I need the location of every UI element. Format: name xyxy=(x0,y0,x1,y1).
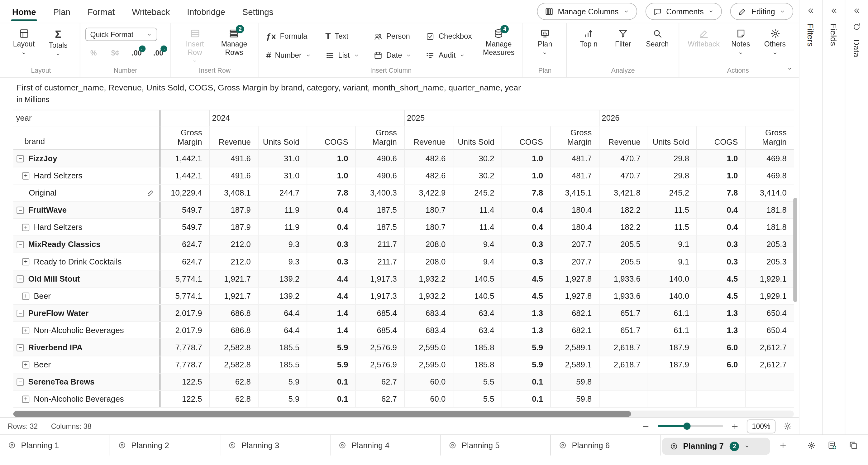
cell-r10-c3[interactable]: 1.4 xyxy=(307,322,355,339)
cell-r7-c1[interactable]: 1,921.7 xyxy=(209,271,258,287)
cell-r10-c4[interactable]: 685.4 xyxy=(355,322,404,339)
status-settings-button[interactable] xyxy=(783,422,792,430)
expand-toggle-icon[interactable]: + xyxy=(22,293,29,300)
insert-column-checkbox-button[interactable]: Checkbox xyxy=(426,29,472,43)
horizontal-scrollbar-thumb[interactable] xyxy=(13,411,631,417)
cell-r14-c4[interactable]: 62.7 xyxy=(355,391,404,407)
ribbon-collapse-button[interactable] xyxy=(786,64,793,74)
cell-r12-c2[interactable]: 185.5 xyxy=(258,356,307,373)
cell-r12-c0[interactable]: 7,778.7 xyxy=(160,356,209,373)
cell-r10-c9[interactable]: 651.7 xyxy=(599,322,647,339)
cell-r1-c5[interactable]: 482.6 xyxy=(404,168,453,184)
cell-r5-c6[interactable]: 9.4 xyxy=(453,236,501,253)
cell-r12-c10[interactable]: 187.9 xyxy=(648,356,696,373)
row-label-riverbend-ipa[interactable]: −Riverbend IPA xyxy=(13,339,161,356)
cell-r7-c3[interactable]: 4.4 xyxy=(307,271,355,287)
row-label-original[interactable]: Original xyxy=(13,185,161,201)
cell-r7-c7[interactable]: 4.5 xyxy=(502,271,550,287)
cell-r12-c7[interactable]: 5.9 xyxy=(502,356,550,373)
collapse-toggle-icon[interactable]: − xyxy=(17,206,24,214)
cell-r9-c11[interactable]: 1.3 xyxy=(696,305,745,322)
cell-r2-c9[interactable]: 3,421.8 xyxy=(599,185,647,201)
cell-r9-c1[interactable]: 686.8 xyxy=(209,305,258,322)
expand-toggle-icon[interactable]: + xyxy=(22,327,29,334)
cell-r14-c6[interactable]: 5.5 xyxy=(453,391,501,407)
insert-column-number-button[interactable]: #Number xyxy=(266,48,311,62)
cell-r0-c6[interactable]: 30.2 xyxy=(453,150,501,167)
cell-r8-c9[interactable]: 1,933.6 xyxy=(599,288,647,304)
cell-r1-c9[interactable]: 470.7 xyxy=(599,168,647,184)
decimal-decrease-button[interactable]: .00→ xyxy=(151,46,165,59)
cell-r14-c0[interactable]: 122.5 xyxy=(160,391,209,407)
cell-r6-c12[interactable]: 205.3 xyxy=(745,254,794,270)
cell-r4-c6[interactable]: 11.4 xyxy=(453,219,501,235)
cell-r9-c12[interactable]: 650.4 xyxy=(745,305,794,322)
cell-r12-c8[interactable]: 2,589.1 xyxy=(550,356,599,373)
cell-r6-c7[interactable]: 0.3 xyxy=(502,254,550,270)
sheet-settings-button[interactable] xyxy=(807,441,816,449)
cell-r8-c8[interactable]: 1,927.8 xyxy=(550,288,599,304)
cell-r4-c4[interactable]: 187.5 xyxy=(355,219,404,235)
quick-format-select[interactable]: Quick Format xyxy=(85,28,157,41)
cell-r2-c5[interactable]: 3,422.9 xyxy=(404,185,453,201)
row-label-old-mill-stout[interactable]: −Old Mill Stout xyxy=(13,271,161,287)
notes-button[interactable]: Notes xyxy=(724,26,757,58)
cell-r6-c2[interactable]: 9.3 xyxy=(258,254,307,270)
cell-r9-c3[interactable]: 1.4 xyxy=(307,305,355,322)
cell-r1-c4[interactable]: 490.6 xyxy=(355,168,404,184)
cell-r0-c9[interactable]: 470.7 xyxy=(599,150,647,167)
row-label-non-alcoholic-beverages[interactable]: +Non-Alcoholic Beverages xyxy=(13,391,161,407)
horizontal-scrollbar[interactable] xyxy=(13,411,794,417)
cell-r13-c8[interactable]: 59.8 xyxy=(550,374,599,390)
cell-r9-c8[interactable]: 682.1 xyxy=(550,305,599,322)
cell-r7-c0[interactable]: 5,774.1 xyxy=(160,271,209,287)
cell-r7-c12[interactable]: 1,929.1 xyxy=(745,271,794,287)
cell-r10-c10[interactable]: 61.1 xyxy=(648,322,696,339)
cell-r8-c7[interactable]: 4.5 xyxy=(502,288,550,304)
search-button[interactable]: Search xyxy=(641,26,674,51)
cell-r12-c6[interactable]: 185.8 xyxy=(453,356,501,373)
cell-r13-c6[interactable]: 5.5 xyxy=(453,374,501,390)
cell-r4-c0[interactable]: 549.7 xyxy=(160,219,209,235)
cell-r11-c0[interactable]: 7,778.7 xyxy=(160,339,209,356)
cell-r14-c1[interactable]: 62.8 xyxy=(209,391,258,407)
totals-button[interactable]: ΣTotals xyxy=(41,26,75,59)
cell-r14-c12[interactable] xyxy=(745,391,794,407)
insert-column-audit-button[interactable]: Audit xyxy=(426,48,472,62)
filter-button[interactable]: Filter xyxy=(606,26,640,51)
cell-r10-c12[interactable]: 650.4 xyxy=(745,322,794,339)
cell-r6-c11[interactable]: 0.3 xyxy=(696,254,745,270)
cell-r8-c12[interactable]: 1,929.1 xyxy=(745,288,794,304)
cell-r12-c4[interactable]: 2,576.9 xyxy=(355,356,404,373)
cell-r6-c10[interactable]: 9.1 xyxy=(648,254,696,270)
cell-r2-c11[interactable]: 7.8 xyxy=(696,185,745,201)
cell-r7-c2[interactable]: 139.2 xyxy=(258,271,307,287)
cell-r6-c0[interactable]: 624.7 xyxy=(160,254,209,270)
menu-item-writeback[interactable]: Writeback xyxy=(131,0,171,23)
cell-r8-c5[interactable]: 1,932.2 xyxy=(404,288,453,304)
cell-r9-c7[interactable]: 1.3 xyxy=(502,305,550,322)
cell-r13-c4[interactable]: 62.7 xyxy=(355,374,404,390)
cell-r14-c2[interactable]: 5.9 xyxy=(258,391,307,407)
collapse-toggle-icon[interactable]: − xyxy=(17,275,24,283)
menu-item-home[interactable]: Home xyxy=(11,0,37,23)
expand-panel-icon[interactable] xyxy=(830,6,838,15)
cell-r1-c10[interactable]: 29.8 xyxy=(648,168,696,184)
cell-r1-c7[interactable]: 1.0 xyxy=(502,168,550,184)
cell-r0-c10[interactable]: 29.8 xyxy=(648,150,696,167)
cell-r3-c2[interactable]: 11.9 xyxy=(258,202,307,218)
expand-toggle-icon[interactable]: + xyxy=(22,172,29,179)
add-sheet-tab-button[interactable] xyxy=(779,435,787,456)
cell-r4-c1[interactable]: 187.9 xyxy=(209,219,258,235)
cell-r3-c5[interactable]: 180.7 xyxy=(404,202,453,218)
cell-r5-c0[interactable]: 624.7 xyxy=(160,236,209,253)
cell-r11-c10[interactable]: 187.9 xyxy=(648,339,696,356)
cell-r2-c2[interactable]: 244.7 xyxy=(258,185,307,201)
zoom-in-button[interactable] xyxy=(731,422,739,430)
cell-r8-c1[interactable]: 1,921.7 xyxy=(209,288,258,304)
expand-panel-icon[interactable] xyxy=(853,6,861,15)
cell-r11-c8[interactable]: 2,589.1 xyxy=(550,339,599,356)
menu-item-settings[interactable]: Settings xyxy=(241,0,275,23)
cell-r7-c6[interactable]: 140.5 xyxy=(453,271,501,287)
cell-r10-c6[interactable]: 63.4 xyxy=(453,322,501,339)
